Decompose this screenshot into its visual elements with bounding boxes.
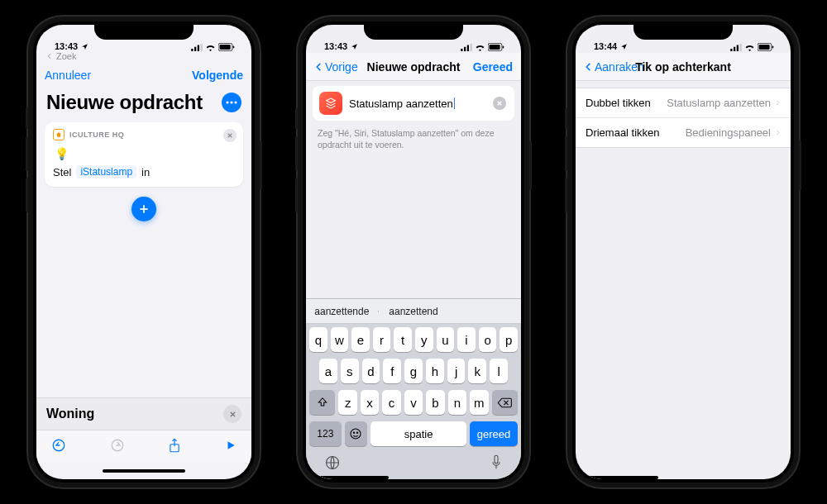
row-label: Dubbel tikken [586,97,651,109]
clear-text-button[interactable] [493,97,506,110]
key-m[interactable]: m [470,390,488,415]
home-indicator[interactable] [576,476,791,479]
category-row[interactable]: Woning [36,397,251,430]
svg-point-21 [354,432,355,433]
play-icon[interactable] [225,439,237,455]
shortcut-icon[interactable] [319,92,342,115]
key-d[interactable]: d [362,359,380,383]
back-button[interactable]: Vorige [314,60,358,74]
row-triple-tap[interactable]: Driemaal tikken Bedieningspaneel [576,118,791,147]
backspace-key[interactable] [492,390,518,415]
key-c[interactable]: c [382,390,400,415]
shift-key[interactable] [309,390,335,415]
next-button[interactable]: Volgende [192,69,243,82]
cancel-button[interactable]: Annuleer [45,69,91,82]
svg-rect-6 [233,45,235,48]
action-card[interactable]: ICULTURE HQ 💡 Stel iStatuslamp in [45,122,243,187]
status-time: 13:44 [594,41,617,51]
key-y[interactable]: y [415,327,433,352]
back-button[interactable]: Aanraken [584,60,644,74]
numbers-key[interactable]: 123 [309,421,342,446]
bottom-toolbar [36,430,251,463]
cellular-icon [461,44,472,51]
globe-icon [324,454,341,471]
chevron-left-icon [584,60,593,74]
wifi-icon [205,44,216,51]
redo-icon [110,438,125,456]
status-bar: 13:43 [36,25,251,53]
key-e[interactable]: e [351,327,370,352]
category-close-button[interactable] [223,405,241,423]
share-icon[interactable] [168,438,181,456]
card-remove-button[interactable] [223,129,237,142]
done-button[interactable]: Gereed [473,60,513,74]
key-w[interactable]: w [331,327,349,352]
key-k[interactable]: k [468,359,486,383]
shift-icon [317,397,328,408]
key-n[interactable]: n [448,390,466,415]
status-time: 13:43 [324,41,347,51]
space-key[interactable]: spatie [370,421,466,446]
svg-point-7 [226,101,228,103]
home-indicator[interactable] [36,463,251,479]
more-button[interactable] [222,93,241,112]
siri-hint: Zeg "Hé, Siri, Statuslamp aanzetten" om … [306,121,521,150]
key-s[interactable]: s [341,359,359,383]
sentence-post: in [141,166,150,178]
status-bar: 13:43 [306,25,521,53]
svg-point-20 [351,429,361,439]
key-h[interactable]: h [426,359,444,383]
key-z[interactable]: z [338,390,356,415]
battery-icon [488,43,504,51]
key-j[interactable]: j [447,359,466,383]
nav-bar: Vorige Nieuwe opdracht Gereed [306,53,521,81]
key-a[interactable]: a [319,359,337,383]
mic-icon [490,454,503,471]
svg-rect-2 [198,45,199,51]
svg-rect-28 [740,44,742,51]
key-o[interactable]: o [479,327,497,352]
key-x[interactable]: x [361,390,379,415]
chevron-left-icon [314,60,323,74]
key-i[interactable]: i [457,327,476,352]
category-label: Woning [46,407,94,421]
key-r[interactable]: r [373,327,391,352]
card-header: ICULTURE HQ [69,131,124,139]
emoji-key[interactable] [345,421,368,446]
nav-bar: Annuleer Volgende [36,61,251,89]
row-double-tap[interactable]: Dubbel tikken Statuslamp aanzetten [576,88,791,118]
key-g[interactable]: g [404,359,423,383]
key-v[interactable]: v [404,390,423,415]
key-p[interactable]: p [500,327,518,352]
key-f[interactable]: f [383,359,401,383]
add-action-button[interactable] [131,197,156,221]
key-b[interactable]: b [426,390,444,415]
svg-rect-24 [495,455,498,463]
svg-rect-5 [220,45,231,50]
chevron-right-icon [775,128,781,137]
globe-key[interactable] [324,454,341,474]
device-chip[interactable]: iStatuslamp [76,165,136,178]
location-icon [81,43,88,50]
svg-rect-26 [734,46,735,50]
keyboard: aanzettende aanzettend q w e r t y u i o… [306,298,521,479]
key-l[interactable]: l [490,359,508,383]
svg-point-8 [230,101,232,103]
wifi-icon [475,44,485,51]
battery-icon [218,43,235,51]
key-t[interactable]: t [394,327,412,352]
battery-icon [758,43,774,51]
key-q[interactable]: q [309,327,327,352]
suggestion-1[interactable]: aanzettende [306,306,378,317]
suggestion-2[interactable]: aanzettend [378,306,450,317]
backspace-icon [497,397,512,408]
key-u[interactable]: u [437,327,455,352]
home-indicator[interactable] [306,476,521,479]
return-key[interactable]: gereed [470,421,518,446]
dictation-key[interactable] [490,454,503,474]
cellular-icon [730,44,742,51]
undo-icon[interactable] [51,438,66,456]
shortcut-name-field[interactable]: Statuslamp aanzetten [313,86,514,121]
chevron-right-icon [775,98,781,107]
chevron-left-icon [46,53,53,59]
